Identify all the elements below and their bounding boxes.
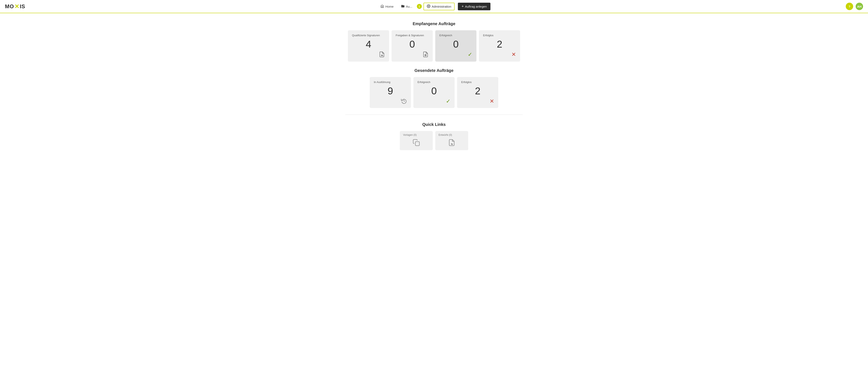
nav-administration[interactable]: Administration	[424, 3, 455, 10]
help-button[interactable]: ?	[846, 3, 853, 10]
card-label-erfolgreich-ges: Erfolgreich	[417, 80, 430, 84]
clock-back-icon	[401, 98, 407, 105]
cross-icon-ges: ✕	[490, 98, 494, 104]
check-icon-ges: ✓	[446, 98, 451, 104]
header: MO ✕ IS Home Au... 1	[0, 0, 868, 13]
nav-auftraege[interactable]: Au...	[398, 3, 415, 10]
svg-point-0	[428, 6, 429, 7]
nav-home[interactable]: Home	[377, 3, 397, 10]
pen-edit-icon	[379, 51, 385, 59]
card-label-ausfuehrung: In Ausführung	[374, 80, 390, 84]
nav-badge: 1	[417, 4, 422, 9]
quick-card-entwuerfe[interactable]: Entwürfe (0)	[435, 131, 468, 150]
folder-icon	[401, 4, 405, 9]
card-value-erfolglos-ges: 2	[461, 86, 494, 96]
card-freigaben-signaturen[interactable]: Freigaben & Signaturen 0	[392, 30, 433, 62]
header-right: ? AH	[846, 3, 863, 10]
svg-rect-3	[415, 142, 420, 146]
gesendete-cards-row: In Ausführung 9 Erfolgreich 0 ✓ Erfolglo…	[345, 77, 523, 108]
card-erfolgreich-empfangen[interactable]: Erfolgreich 0 ✓	[435, 30, 476, 62]
nav-home-label: Home	[385, 5, 394, 8]
svg-line-4	[452, 144, 453, 145]
card-qualifizierte-signaturen[interactable]: Qualifizierte Signaturen 4	[348, 30, 389, 62]
add-auftrag-button[interactable]: + Auftrag anlegen	[458, 3, 491, 10]
card-value-erfolglos-empf: 2	[483, 39, 516, 49]
section-divider	[345, 115, 523, 115]
main-nav: Home Au... 1 Administration	[377, 3, 491, 10]
add-auftrag-label: Auftrag anlegen	[465, 5, 487, 8]
cross-icon-empf: ✕	[512, 51, 516, 58]
card-in-ausfuehrung[interactable]: In Ausführung 9	[370, 77, 411, 108]
logo-text-mo: MO	[5, 3, 14, 10]
gear-icon	[427, 4, 431, 9]
card-value-qualifizierte: 4	[352, 39, 385, 49]
gesendete-title: Gesendete Aufträge	[345, 68, 523, 73]
vorlagen-label: Vorlagen (0)	[403, 133, 416, 136]
check-icon-empf: ✓	[468, 51, 472, 58]
empfangene-cards-row: Qualifizierte Signaturen 4 Freigaben & S…	[345, 30, 523, 62]
plus-icon: +	[462, 4, 464, 9]
doc-check-icon	[423, 51, 429, 59]
card-erfolgreich-gesendet[interactable]: Erfolgreich 0 ✓	[413, 77, 455, 108]
logo: MO ✕ IS	[5, 3, 25, 10]
avatar-button[interactable]: AH	[856, 3, 863, 10]
quick-card-vorlagen[interactable]: Vorlagen (0)	[400, 131, 433, 150]
card-label-qualifizierte: Qualifizierte Signaturen	[352, 34, 380, 37]
card-label-freigaben: Freigaben & Signaturen	[396, 34, 424, 37]
quick-links-title: Quick Links	[345, 122, 523, 127]
logo-text-is: IS	[20, 3, 25, 10]
logo-x: ✕	[14, 3, 19, 10]
card-value-erfolgreich-empf: 0	[439, 39, 472, 49]
entwuerfe-label: Entwürfe (0)	[438, 133, 452, 136]
doc-pen-icon	[448, 139, 456, 147]
card-label-erfolglos-empf: Erfolglos	[483, 34, 494, 37]
home-icon	[380, 4, 384, 9]
card-value-ausfuehrung: 9	[374, 86, 407, 96]
card-label-erfolgreich-empf: Erfolgreich	[439, 34, 452, 37]
copy-doc-icon	[412, 139, 420, 147]
card-value-freigaben: 0	[396, 39, 429, 49]
main-content: Empfangene Aufträge Qualifizierte Signat…	[341, 13, 527, 158]
nav-auftraege-label: Au...	[406, 5, 412, 8]
quick-links-row: Vorlagen (0) Entwürfe (0)	[345, 131, 523, 150]
card-erfolglos-empfangen[interactable]: Erfolglos 2 ✕	[479, 30, 520, 62]
card-value-erfolgreich-ges: 0	[417, 86, 451, 96]
card-label-erfolglos-ges: Erfolglos	[461, 80, 472, 84]
nav-administration-label: Administration	[432, 5, 451, 8]
empfangene-title: Empfangene Aufträge	[345, 22, 523, 26]
card-erfolglos-gesendet[interactable]: Erfolglos 2 ✕	[457, 77, 498, 108]
